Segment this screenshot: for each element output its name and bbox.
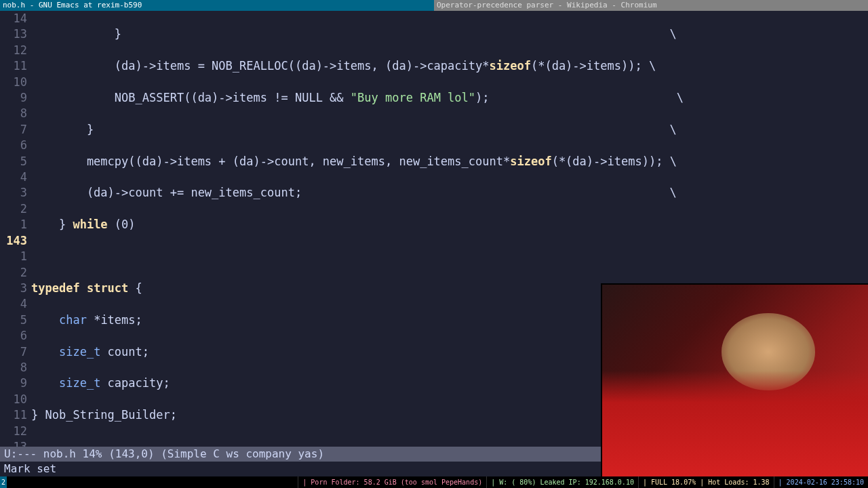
workspace-indicator[interactable]: 2 — [0, 476, 7, 488]
webcam-overlay — [601, 283, 868, 476]
taskbar-folder: | Porn Folder: 58.2 GiB (too smol PepeHa… — [298, 476, 486, 488]
titlebar: nob.h - GNU Emacs at rexim-b590 Operator… — [0, 0, 868, 11]
taskbar[interactable]: 2 | Porn Folder: 58.2 GiB (too smol Pepe… — [0, 476, 868, 488]
taskbar-clock: | 2024-02-16 23:58:10 — [774, 476, 868, 488]
taskbar-network: | W: ( 80%) Leaked IP: 192.168.0.10 — [486, 476, 638, 488]
current-line-number: 143 — [0, 233, 27, 249]
chromium-title: Operator-precedence parser - Wikipedia -… — [434, 0, 868, 11]
taskbar-load: | FULL 18.07% | Hot Loads: 1.38 — [638, 476, 774, 488]
line-numbers: 141312 11109 876 543 21 143 123 456 789 … — [0, 11, 31, 447]
emacs-title: nob.h - GNU Emacs at rexim-b590 — [0, 0, 434, 11]
